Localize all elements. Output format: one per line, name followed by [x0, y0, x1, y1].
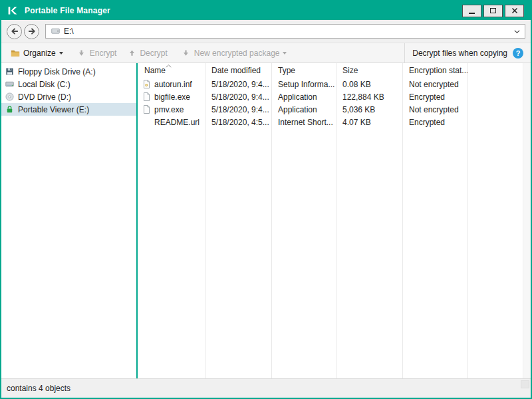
package-arrow-down-icon: [182, 49, 191, 58]
sidebar-item-dvd-drive-d[interactable]: DVD Drive (D:): [1, 90, 136, 103]
address-text: E:\: [64, 27, 74, 36]
new-encrypted-package-label: New encrypted package: [194, 49, 280, 58]
file-name: pmv.exe: [154, 105, 184, 114]
decrypt-when-copying-label: Decrypt files when copying: [412, 49, 507, 58]
content-area: Floppy Disk Drive (A:) Local Disk (C:): [1, 63, 531, 378]
window-title: Portable File Manager: [25, 6, 110, 15]
hard-disk-icon: [5, 80, 14, 89]
portable-file-manager-window: Portable File Manager: [0, 0, 532, 399]
file-name: bigfile.exe: [154, 92, 190, 102]
arrow-right-icon: [28, 27, 36, 35]
column-separator: [402, 63, 403, 378]
sidebar-item-local-disk-c[interactable]: Local Disk (C:): [1, 78, 136, 90]
file-size: 4.07 KB: [336, 118, 402, 127]
file-date-modified: 5/18/2020, 4:5...: [205, 118, 271, 127]
drive-icon: [51, 27, 60, 36]
organize-button[interactable]: Organize: [5, 43, 68, 63]
file-row[interactable]: bigfile.exe 5/18/2020, 9:4... Applicatio…: [138, 90, 531, 103]
file-list-header: Name Date modified Type Size Encryption …: [138, 63, 531, 78]
file-row[interactable]: README.url 5/18/2020, 4:5... Internet Sh…: [138, 116, 531, 128]
file-encryption-status: Encrypted: [402, 92, 467, 102]
toolbar: Organize Encrypt Decrypt: [1, 43, 531, 63]
column-separator: [271, 63, 272, 378]
toolbar-right: Decrypt files when copying ?: [404, 43, 531, 63]
encrypt-button[interactable]: Encrypt: [72, 43, 122, 63]
file-type: Application: [271, 105, 336, 114]
new-encrypted-package-button[interactable]: New encrypted package: [176, 43, 293, 63]
sidebar-item-label: DVD Drive (D:): [18, 92, 71, 102]
status-text: contains 4 objects: [7, 384, 70, 393]
decrypt-button[interactable]: Decrypt: [122, 43, 172, 63]
file-name: README.url: [154, 118, 200, 127]
file-name: autorun.inf: [154, 80, 192, 89]
dvd-disc-icon: [5, 92, 14, 102]
decrypt-arrow-up-icon: [127, 49, 136, 58]
floppy-disk-icon: [5, 67, 14, 76]
column-header-type[interactable]: Type: [271, 66, 336, 78]
minimize-button[interactable]: [462, 5, 481, 17]
application-file-icon: [142, 92, 151, 101]
file-type: Internet Short...: [271, 118, 336, 127]
column-header-size[interactable]: Size: [336, 66, 402, 78]
sidebar-item-floppy-drive-a[interactable]: Floppy Disk Drive (A:): [1, 65, 136, 78]
encrypt-arrow-down-icon: [77, 49, 86, 58]
help-icon[interactable]: ?: [513, 48, 523, 59]
column-separator: [467, 63, 468, 378]
file-size: 0.08 KB: [336, 80, 402, 89]
column-header-encryption-status[interactable]: Encryption stat...: [402, 66, 467, 78]
close-icon: [511, 7, 518, 14]
vertical-scrollbar[interactable]: [523, 63, 531, 378]
blank-file-icon: [142, 118, 151, 126]
organize-dropdown-icon: [59, 52, 63, 55]
back-button[interactable]: [7, 24, 22, 39]
drive-tree: Floppy Disk Drive (A:) Local Disk (C:): [1, 63, 136, 378]
file-row[interactable]: pmv.exe 5/18/2020, 9:4... Application 5,…: [138, 103, 531, 116]
window-controls: [462, 5, 524, 17]
file-type: Application: [271, 92, 336, 102]
minimize-icon: [469, 13, 475, 14]
folder-icon: [11, 49, 20, 58]
column-separator: [205, 63, 205, 378]
titlebar: Portable File Manager: [1, 1, 531, 20]
arrow-left-icon: [11, 27, 19, 35]
setup-information-file-icon: [142, 80, 151, 88]
sidebar-item-label: Local Disk (C:): [18, 80, 70, 89]
encrypt-label: Encrypt: [90, 49, 117, 58]
file-date-modified: 5/18/2020, 9:4...: [205, 80, 271, 89]
new-package-dropdown-icon: [283, 52, 287, 55]
decrypt-label: Decrypt: [140, 49, 167, 58]
file-encryption-status: Encrypted: [402, 118, 467, 127]
sidebar-item-portable-viewer-e[interactable]: Portable Viewer (E:): [1, 103, 136, 116]
green-lock-icon: [5, 105, 14, 114]
column-separator: [336, 63, 336, 378]
file-row[interactable]: autorun.inf 5/18/2020, 9:4... Setup Info…: [138, 78, 531, 90]
kaspersky-logo-icon: [7, 5, 18, 16]
file-list-pane: Name Date modified Type Size Encryption …: [138, 63, 531, 378]
navigation-bar: E:\: [1, 20, 531, 43]
file-encryption-status: Not encrypted: [402, 105, 467, 114]
chevron-down-icon[interactable]: [514, 30, 520, 33]
file-size: 5,036 KB: [336, 105, 402, 114]
address-bar[interactable]: E:\: [45, 24, 525, 39]
sidebar-item-label: Floppy Disk Drive (A:): [18, 67, 96, 76]
column-header-date-modified[interactable]: Date modified: [205, 66, 271, 78]
close-button[interactable]: [505, 5, 524, 17]
application-file-icon: [142, 105, 151, 114]
file-type: Setup Informa...: [271, 80, 336, 89]
toolbar-left: Organize Encrypt Decrypt: [1, 43, 292, 63]
file-encryption-status: Not encrypted: [402, 80, 467, 89]
organize-label: Organize: [23, 49, 56, 58]
resize-grip[interactable]: [521, 380, 529, 388]
maximize-button[interactable]: [483, 5, 503, 17]
sidebar-item-label: Portable Viewer (E:): [18, 105, 89, 114]
forward-button[interactable]: [24, 24, 39, 39]
file-date-modified: 5/18/2020, 9:4...: [205, 92, 271, 102]
status-bar: contains 4 objects: [1, 378, 531, 398]
sort-ascending-icon: [166, 65, 172, 68]
file-size: 122,884 KB: [336, 92, 402, 102]
file-date-modified: 5/18/2020, 9:4...: [205, 105, 271, 114]
maximize-icon: [490, 8, 496, 13]
